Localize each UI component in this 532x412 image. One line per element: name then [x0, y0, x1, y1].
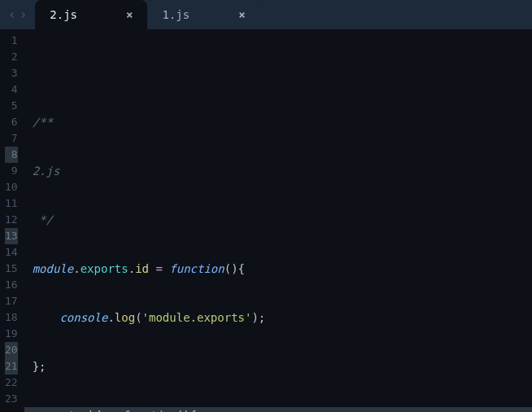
line-number: 14 — [5, 244, 18, 261]
nav-back-icon[interactable]: ‹ — [8, 8, 16, 21]
line-gutter: 1 2 3 4 5 6 7 8 9 10 11 12 13 14 15 16 1… — [0, 29, 24, 412]
line-number: 12 — [5, 212, 18, 228]
line-number: 11 — [5, 195, 18, 212]
tab-label: 1.js — [162, 8, 190, 21]
line-number: 3 — [5, 65, 18, 81]
line-number: 7 — [5, 130, 18, 147]
code-line: 2.js — [24, 163, 532, 179]
line-number: 15 — [5, 261, 18, 277]
line-number: 9 — [5, 163, 18, 179]
line-number: 4 — [5, 81, 18, 98]
line-number: 13 — [5, 228, 18, 244]
line-number: 20 — [5, 342, 18, 358]
nav-arrows: ‹ › — [0, 0, 35, 29]
line-number: 8 — [5, 147, 18, 163]
close-icon[interactable]: × — [238, 8, 245, 21]
line-number: 23 — [5, 391, 18, 407]
code-line — [24, 65, 532, 81]
line-number: 10 — [5, 179, 18, 195]
line-number: 18 — [5, 309, 18, 326]
line-number: 21 — [5, 358, 18, 375]
tab-2js[interactable]: 2.js × — [35, 0, 147, 29]
tab-bar: ‹ › 2.js × 1.js × — [0, 0, 532, 29]
code-line: }; — [24, 358, 532, 375]
nav-forward-icon[interactable]: › — [20, 8, 28, 21]
editor: 1 2 3 4 5 6 7 8 9 10 11 12 13 14 15 16 1… — [0, 29, 532, 412]
line-number: 6 — [5, 114, 18, 130]
code-line: exports.id = function(){ — [24, 407, 532, 412]
code-area[interactable]: /** 2.js */ module.exports.id = function… — [24, 29, 532, 412]
line-number: 2 — [5, 49, 18, 65]
line-number: 22 — [5, 375, 18, 391]
tab-1js[interactable]: 1.js × — [147, 0, 259, 29]
tab-label: 2.js — [50, 8, 77, 21]
code-line: console.log('module.exports'); — [24, 309, 532, 326]
line-number: 17 — [5, 293, 18, 309]
code-line: /** — [24, 114, 532, 130]
close-icon[interactable]: × — [126, 8, 133, 21]
line-number: 5 — [5, 98, 18, 114]
line-number: 16 — [5, 277, 18, 293]
line-number: 1 — [5, 33, 18, 49]
line-number: 19 — [5, 326, 18, 342]
code-line: module.exports.id = function(){ — [24, 261, 532, 277]
code-line: */ — [24, 212, 532, 228]
